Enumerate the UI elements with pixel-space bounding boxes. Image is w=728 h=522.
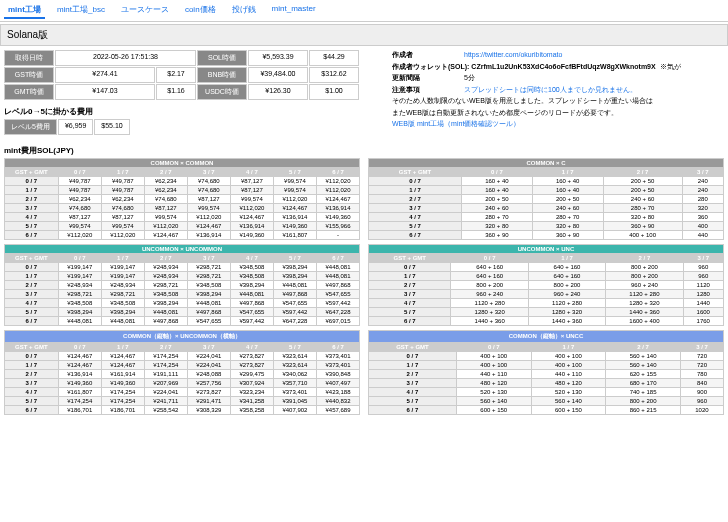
table-uncommon: UNCOMMON × UNCOMMONGST + GMT0 / 71 / 72 … xyxy=(4,244,360,326)
tabs: mint工場 mint工場_bsc ユースケース coin価格 投げ銭 mint… xyxy=(0,0,728,22)
author-link[interactable]: https://twitter.com/okuribitomato xyxy=(464,50,562,61)
table-row: 6 / 7360 + 90360 + 90400 + 100440 xyxy=(369,231,724,240)
table-row: 5 / 7¥174,254¥174,254¥241,711¥291,471¥34… xyxy=(5,397,360,406)
table-row: 1 / 7¥49,787¥49,787¥62,234¥74,680¥87,127… xyxy=(5,186,360,195)
table-row: 3 / 7¥74,680¥74,680¥87,127¥99,574¥112,02… xyxy=(5,204,360,213)
price-info: 取得日時2022-05-26 17:51:38SOL時価¥5,593.39$44… xyxy=(4,50,384,100)
table-row: 0 / 7400 + 100400 + 100560 + 140720 xyxy=(369,352,724,361)
table-row: 0 / 7¥124,467¥124,467¥174,254¥224,041¥27… xyxy=(5,352,360,361)
table-row: 5 / 7¥99,574¥99,574¥112,020¥124,467¥136,… xyxy=(5,222,360,231)
meta-info: 作成者https://twitter.com/okuribitomato 作成者… xyxy=(392,50,724,130)
table-row: 2 / 7¥136,914¥161,914¥191,111¥248,088¥29… xyxy=(5,370,360,379)
table-row: 4 / 7¥87,127¥87,127¥99,574¥112,020¥124,4… xyxy=(5,213,360,222)
table-row: 3 / 7480 + 120480 + 120680 + 170840 xyxy=(369,379,724,388)
table-mix: COMMON（縦軸）× UNCOMMON（横軸）GST + GMT0 / 71 … xyxy=(4,330,360,415)
table-row: 3 / 7240 + 60240 + 60280 + 70320 xyxy=(369,204,724,213)
tab-coin[interactable]: coin価格 xyxy=(181,2,220,19)
table-row: 6 / 7¥186,701¥186,701¥258,542¥308,329¥35… xyxy=(5,406,360,415)
table-row: 2 / 7800 + 200800 + 200960 + 2401120 xyxy=(369,281,724,290)
table-row: 6 / 7600 + 150600 + 150860 + 2151020 xyxy=(369,406,724,415)
table-row: 0 / 7640 + 160640 + 160800 + 200960 xyxy=(369,263,724,272)
table-row: 2 / 7440 + 110440 + 110620 + 155780 xyxy=(369,370,724,379)
table-row: 4 / 7¥161,807¥174,254¥224,041¥273,827¥32… xyxy=(5,388,360,397)
table-row: 5 / 7560 + 140560 + 140800 + 200960 xyxy=(369,397,724,406)
table-row: 2 / 7¥62,234¥62,234¥74,680¥87,127¥99,574… xyxy=(5,195,360,204)
section-title: mint費用SOL(JPY) xyxy=(4,145,724,156)
table-row: 2 / 7¥248,934¥248,934¥298,721¥348,508¥39… xyxy=(5,281,360,290)
table-row: 1 / 7640 + 160640 + 160800 + 200960 xyxy=(369,272,724,281)
table-row: 4 / 7¥348,508¥348,508¥398,294¥448,081¥49… xyxy=(5,299,360,308)
tab-master[interactable]: mint_master xyxy=(268,2,320,19)
table-row: 5 / 7¥398,294¥398,294¥448,081¥497,868¥54… xyxy=(5,308,360,317)
table-row: 3 / 7¥149,360¥149,360¥207,969¥257,756¥30… xyxy=(5,379,360,388)
table-common_r: COMMON × CGST + GMT0 / 71 / 72 / 73 / 70… xyxy=(368,158,724,240)
table-row: 0 / 7¥199,147¥199,147¥248,934¥298,721¥34… xyxy=(5,263,360,272)
table-row: 3 / 7¥298,721¥298,721¥348,508¥398,294¥44… xyxy=(5,290,360,299)
spreadsheet-link[interactable]: スプレッドシートは同時に100人までしか見れません。 xyxy=(464,85,637,96)
table-common: COMMON × COMMONGST + GMT0 / 71 / 72 / 73… xyxy=(4,158,360,240)
tab-tip[interactable]: 投げ銭 xyxy=(228,2,260,19)
table-row: 0 / 7¥49,787¥49,787¥62,234¥74,680¥87,127… xyxy=(5,177,360,186)
lbl-date: 取得日時 xyxy=(4,50,54,66)
table-row: 6 / 7¥112,020¥112,020¥124,467¥136,914¥14… xyxy=(5,231,360,240)
table-row: 6 / 7¥448,081¥448,081¥497,868¥547,655¥59… xyxy=(5,317,360,326)
table-row: 0 / 7160 + 40160 + 40200 + 50240 xyxy=(369,177,724,186)
table-row: 3 / 7960 + 240960 + 2401120 + 2801280 xyxy=(369,290,724,299)
table-row: 2 / 7200 + 50200 + 50240 + 60280 xyxy=(369,195,724,204)
web-link[interactable]: WEB版 mint工場（mint価格確認ツール） xyxy=(392,119,520,130)
table-uncommon_r: UNCOMMON × UNCGST + GMT0 / 71 / 72 / 73 … xyxy=(368,244,724,326)
table-row: 1 / 7¥199,147¥199,147¥248,934¥298,721¥34… xyxy=(5,272,360,281)
table-mix_r: COMMON（縦軸）× UNCCGST + GMT0 / 71 / 72 / 7… xyxy=(368,330,724,415)
table-row: 4 / 7520 + 130520 + 130740 + 185900 xyxy=(369,388,724,397)
table-row: 5 / 7320 + 80320 + 80360 + 90400 xyxy=(369,222,724,231)
table-row: 1 / 7160 + 40160 + 40200 + 50240 xyxy=(369,186,724,195)
table-row: 5 / 71280 + 3201280 + 3201440 + 3601600 xyxy=(369,308,724,317)
table-row: 1 / 7400 + 100400 + 100560 + 140720 xyxy=(369,361,724,370)
tab-bsc[interactable]: mint工場_bsc xyxy=(53,2,109,19)
tab-mint[interactable]: mint工場 xyxy=(4,2,45,19)
level-cost: レベル0→5に掛かる費用 レベル5費用¥6,959$55.10 xyxy=(4,106,384,135)
table-row: 4 / 71120 + 2801120 + 2801280 + 3201440 xyxy=(369,299,724,308)
page-title: Solana版 xyxy=(0,24,728,46)
table-row: 4 / 7280 + 70280 + 70320 + 80360 xyxy=(369,213,724,222)
tab-usecase[interactable]: ユースケース xyxy=(117,2,173,19)
table-row: 1 / 7¥124,467¥124,467¥174,254¥224,041¥27… xyxy=(5,361,360,370)
table-row: 6 / 71440 + 3601440 + 3601600 + 4001760 xyxy=(369,317,724,326)
